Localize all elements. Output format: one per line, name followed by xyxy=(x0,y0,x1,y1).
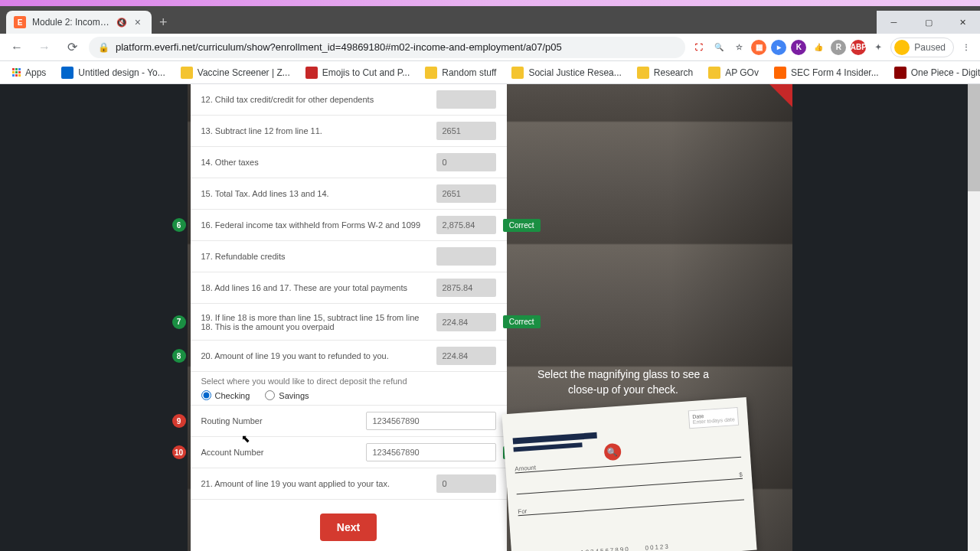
bookmark-icon xyxy=(305,67,318,79)
row-label: 15. Total Tax. Add lines 13 and 14. xyxy=(201,189,436,198)
close-icon[interactable]: × xyxy=(132,16,144,28)
bookmark-icon xyxy=(708,67,720,79)
form-row: 13. Subtract line 12 from line 11. xyxy=(191,116,507,147)
os-titlebar xyxy=(0,0,980,6)
scrollbar-thumb[interactable] xyxy=(968,84,980,191)
minimize-button[interactable]: ─ xyxy=(877,11,911,34)
menu-icon[interactable]: ⋮ xyxy=(959,40,974,55)
routing-row: 9 Routing Number Correct xyxy=(191,406,507,437)
right-panel: Select the magnifying glass to see a clo… xyxy=(507,84,740,551)
star-icon[interactable]: ☆ xyxy=(731,40,746,55)
ext-2-icon[interactable]: ▸ xyxy=(771,40,786,55)
profile-paused[interactable]: Paused xyxy=(890,37,954,57)
lock-icon: 🔒 xyxy=(98,42,109,53)
form-row: 820. Amount of line 19 you want to refun… xyxy=(191,341,507,372)
nav-bar: ← → ⟳ 🔒 platform.everfi.net/curriculum/s… xyxy=(0,34,980,61)
account-label: Account Number xyxy=(201,448,366,457)
bookmarks-bar: Apps Untitled design - Yo...Vaccine Scre… xyxy=(0,61,980,84)
bookmark-icon xyxy=(894,67,906,79)
bookmark-item[interactable]: Random stuff xyxy=(419,64,502,82)
url-text: platform.everfi.net/curriculum/show?enro… xyxy=(116,41,562,53)
row-input[interactable] xyxy=(436,313,496,331)
check-date-box: Date Enter todays date xyxy=(688,407,738,429)
row-input[interactable] xyxy=(436,122,496,140)
bookmark-item[interactable]: Emojis to Cut and P... xyxy=(299,64,416,82)
deposit-section: Select where you would like to direct de… xyxy=(191,372,507,406)
radio-savings[interactable]: Savings xyxy=(265,390,309,400)
ext-5-icon[interactable]: R xyxy=(831,40,846,55)
row-label: 20. Amount of line 19 you want to refund… xyxy=(201,351,436,360)
bookmark-item[interactable]: Research xyxy=(631,64,699,82)
ext-3-icon[interactable]: K xyxy=(791,40,806,55)
bookmark-icon xyxy=(774,67,786,79)
deposit-label: Select where you would like to direct de… xyxy=(201,377,496,386)
bookmark-icon xyxy=(425,67,437,79)
bookmark-icon xyxy=(637,67,649,79)
row-label: 19. If line 18 is more than line 15, sub… xyxy=(201,313,436,331)
tab-strip: E Module 2: Income and Empl 🔇 × + ─ ▢ ✕ xyxy=(0,6,980,34)
reload-button[interactable]: ⟳ xyxy=(61,37,83,58)
tab-favicon: E xyxy=(14,16,26,28)
zoom-icon[interactable]: 🔍 xyxy=(711,40,727,55)
address-bar[interactable]: 🔒 platform.everfi.net/curriculum/show?en… xyxy=(89,37,685,58)
avatar xyxy=(894,40,910,55)
form-row: 719. If line 18 is more than line 15, su… xyxy=(191,304,507,341)
row-input[interactable] xyxy=(436,279,496,297)
account-input[interactable] xyxy=(366,443,496,461)
form-row: 15. Total Tax. Add lines 13 and 14. xyxy=(191,178,507,210)
bookmark-item[interactable]: Untitled design - Yo... xyxy=(55,64,171,82)
row-label: 13. Subtract line 12 from line 11. xyxy=(201,126,436,135)
bookmark-item[interactable]: Social Justice Resea... xyxy=(505,64,627,82)
row-label: 14. Other taxes xyxy=(201,158,436,167)
extension-icons: ⛶ 🔍 ☆ ▦ ▸ K 👍 R ABP ✦ Paused ⋮ xyxy=(691,37,974,57)
mute-icon[interactable]: 🔇 xyxy=(116,18,127,28)
form-row: 14. Other taxes xyxy=(191,147,507,178)
apps-button[interactable]: Apps xyxy=(6,64,52,81)
radio-savings-input[interactable] xyxy=(265,390,275,400)
red-corner-decoration xyxy=(769,84,792,107)
row-label: 18. Add lines 16 and 17. These are your … xyxy=(201,283,436,292)
maximize-button[interactable]: ▢ xyxy=(911,11,946,34)
instruction-text: Select the magnifying glass to see a clo… xyxy=(507,367,740,397)
new-tab-button[interactable]: + xyxy=(152,11,175,34)
bookmark-icon xyxy=(61,67,74,79)
row-input[interactable] xyxy=(436,347,496,365)
line21-label: 21. Amount of line 19 you want applied t… xyxy=(201,479,436,488)
row-input[interactable] xyxy=(436,90,496,109)
translate-icon[interactable]: ⛶ xyxy=(691,40,707,55)
row-label: 17. Refundable credits xyxy=(201,252,436,261)
radio-checking-input[interactable] xyxy=(201,390,211,400)
row-input[interactable] xyxy=(436,184,496,203)
routing-input[interactable] xyxy=(366,412,496,430)
ext-4-icon[interactable]: 👍 xyxy=(811,40,826,55)
step-badge: 7 xyxy=(172,315,186,329)
extensions-icon[interactable]: ✦ xyxy=(871,40,886,55)
row-input[interactable] xyxy=(436,216,496,234)
row-input[interactable] xyxy=(436,247,496,266)
form-row: 616. Federal income tax withheld from Fo… xyxy=(191,210,507,241)
scrollbar[interactable] xyxy=(968,84,980,551)
bookmark-item[interactable]: Vaccine Screener | Z... xyxy=(175,64,296,82)
browser-tab[interactable]: E Module 2: Income and Empl 🔇 × xyxy=(6,11,152,34)
row-label: 12. Child tax credit/credit for other de… xyxy=(201,95,436,104)
bookmark-item[interactable]: One Piece - Digital... xyxy=(888,64,980,82)
radio-checking[interactable]: Checking xyxy=(201,390,250,400)
row-label: 16. Federal income tax withheld from For… xyxy=(201,220,436,230)
check-image: Date Enter todays date 🔍 Amount $ For 12… xyxy=(501,397,756,551)
bookmark-item[interactable]: AP GOv xyxy=(702,64,765,82)
line21-input[interactable] xyxy=(436,474,496,493)
back-button[interactable]: ← xyxy=(6,37,28,58)
step-9-badge: 9 xyxy=(172,414,186,428)
tax-form-panel: 12. Child tax credit/credit for other de… xyxy=(191,84,507,551)
row-input[interactable] xyxy=(436,153,496,171)
close-window-button[interactable]: ✕ xyxy=(946,11,980,34)
bookmark-item[interactable]: SEC Form 4 Insider... xyxy=(768,64,885,82)
ext-1-icon[interactable]: ▦ xyxy=(751,40,766,55)
forward-button[interactable]: → xyxy=(34,37,55,58)
account-row: 10 Account Number Correct xyxy=(191,437,507,468)
next-button[interactable]: Next xyxy=(320,514,377,541)
routing-label: Routing Number xyxy=(201,416,366,425)
step-10-badge: 10 xyxy=(172,445,186,459)
abp-icon[interactable]: ABP xyxy=(851,40,866,55)
bookmark-icon xyxy=(181,67,193,79)
